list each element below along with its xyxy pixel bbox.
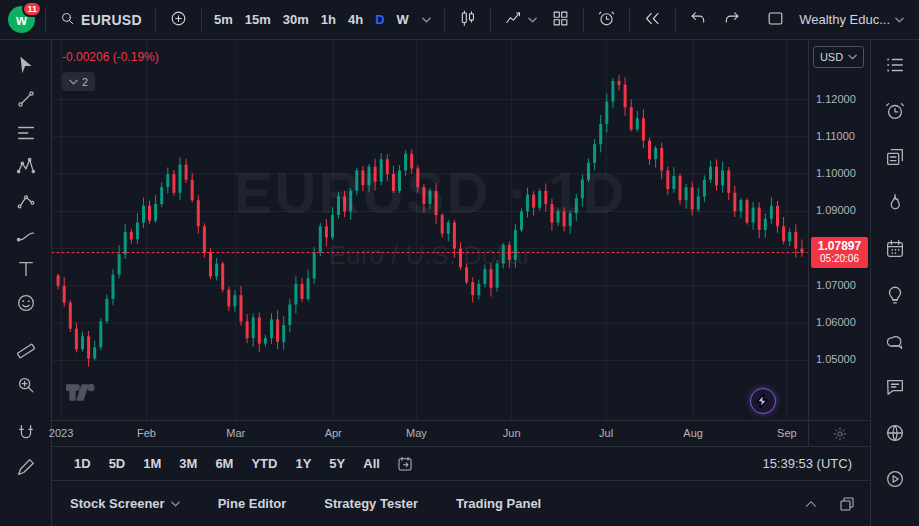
range-button-5d[interactable]: 5D	[101, 452, 134, 475]
alert-button[interactable]	[590, 6, 623, 34]
price-tick-label: 1.05000	[816, 353, 856, 365]
hotlists-icon[interactable]	[880, 192, 910, 214]
chart-plot[interactable]: EURUSD · 1D Euro / U.S. Dollar -0.00206 …	[52, 40, 808, 420]
alerts-icon[interactable]	[880, 100, 910, 122]
range-button-all[interactable]: All	[355, 452, 388, 475]
cursor-tool-icon[interactable]	[11, 54, 41, 76]
undo-icon	[689, 9, 708, 31]
divider	[583, 8, 584, 32]
tab-pine-editor[interactable]: Pine Editor	[218, 496, 287, 511]
calendar-arrow-icon	[396, 455, 414, 473]
interval-button-15m[interactable]: 15m	[239, 6, 277, 34]
tradingview-app: w 11 EURUSD 5m 15m 30m 1h 4h D W	[0, 0, 919, 526]
measure-tool-icon[interactable]	[11, 340, 41, 362]
time-scale[interactable]: 2023FebMarAprMayJunJulAugSep	[52, 420, 808, 446]
tab-stock-screener[interactable]: Stock Screener	[70, 496, 180, 511]
chart-area: EURUSD · 1D Euro / U.S. Dollar -0.00206 …	[52, 40, 870, 446]
chevron-down-icon	[171, 501, 180, 507]
boost-button[interactable]	[750, 388, 776, 414]
replay-button[interactable]	[636, 6, 669, 34]
goto-date-button[interactable]	[396, 455, 414, 473]
utc-clock[interactable]: 15:39:53 (UTC)	[762, 456, 856, 471]
interval-button-1d[interactable]: D	[369, 6, 390, 34]
account-logo[interactable]: w 11	[8, 6, 35, 33]
undo-button[interactable]	[682, 6, 715, 34]
time-tick-label: 2023	[49, 427, 73, 439]
account-menu-button[interactable]: Wealthy Educ...	[792, 6, 911, 34]
collapse-panel-button[interactable]	[802, 495, 820, 513]
indicators-icon	[504, 9, 523, 31]
range-button-1y[interactable]: 1Y	[287, 452, 319, 475]
headlines-icon[interactable]	[880, 146, 910, 168]
range-button-ytd[interactable]: YTD	[243, 452, 285, 475]
grid-layout-icon	[551, 9, 570, 31]
bolt-icon	[757, 394, 769, 408]
top-toolbar: w 11 EURUSD 5m 15m 30m 1h 4h D W	[0, 0, 919, 40]
ideas-icon[interactable]	[880, 284, 910, 306]
chevron-down-icon	[895, 17, 904, 23]
date-range-bar: 1D 5D 1M 3M 6M YTD 1Y 5Y All 15:39:53 (U…	[52, 446, 870, 480]
divider	[45, 8, 46, 32]
replay-icon	[643, 9, 662, 31]
layout-grid-button[interactable]	[544, 6, 577, 34]
time-tick-label: Sep	[777, 427, 797, 439]
time-tick-label: Apr	[325, 427, 342, 439]
restore-panel-button[interactable]	[838, 495, 856, 513]
bottom-panel: Stock Screener Pine Editor Strategy Test…	[52, 480, 870, 526]
chevron-up-icon	[802, 495, 820, 513]
last-price-label: 1.07897 05:20:06	[811, 237, 868, 268]
fib-retracement-tool-icon[interactable]	[11, 122, 41, 144]
range-button-1d[interactable]: 1D	[66, 452, 99, 475]
prediction-tool-icon[interactable]	[11, 190, 41, 212]
interval-button-1w[interactable]: W	[391, 6, 415, 34]
symbol-search-button[interactable]: EURUSD	[52, 6, 149, 34]
add-symbol-button[interactable]	[162, 6, 195, 34]
price-scale[interactable]: USD 1.07897 05:20:06 1.050001.060001.070…	[808, 40, 870, 420]
chevron-down-icon	[528, 17, 537, 23]
community-icon[interactable]	[880, 422, 910, 444]
interval-button-1h[interactable]: 1h	[315, 6, 342, 34]
zoom-tool-icon[interactable]	[11, 374, 41, 396]
trendline-tool-icon[interactable]	[11, 88, 41, 110]
price-tick-label: 1.09000	[816, 204, 856, 216]
interval-button-30m[interactable]: 30m	[277, 6, 315, 34]
tab-trading-panel[interactable]: Trading Panel	[456, 496, 541, 511]
streams-icon[interactable]	[880, 468, 910, 490]
time-tick-label: Mar	[226, 427, 245, 439]
range-button-1m[interactable]: 1M	[135, 452, 169, 475]
watchlist-icon[interactable]	[880, 54, 910, 76]
text-tool-icon[interactable]	[11, 258, 41, 280]
interval-button-4h[interactable]: 4h	[342, 6, 369, 34]
currency-toggle[interactable]: USD	[813, 46, 864, 68]
indicators-button[interactable]	[497, 6, 544, 34]
chart-style-button[interactable]	[451, 6, 484, 34]
chart-main: EURUSD · 1D Euro / U.S. Dollar -0.00206 …	[52, 40, 870, 526]
redo-button[interactable]	[715, 6, 748, 34]
chevron-down-icon	[69, 79, 78, 85]
legend-more-button[interactable]: 2	[62, 72, 95, 91]
save-layout-icon	[766, 9, 785, 31]
calendar-icon[interactable]	[880, 238, 910, 260]
range-button-3m[interactable]: 3M	[171, 452, 205, 475]
gear-icon[interactable]	[832, 426, 848, 442]
save-layout-button[interactable]	[759, 6, 792, 34]
range-button-6m[interactable]: 6M	[207, 452, 241, 475]
price-tick-label: 1.12000	[816, 93, 856, 105]
pattern-tool-icon[interactable]	[11, 156, 41, 178]
chevron-down-icon	[422, 17, 431, 23]
interval-button-5m[interactable]: 5m	[208, 6, 239, 34]
interval-menu-button[interactable]	[415, 6, 438, 34]
tradingview-logo[interactable]	[66, 384, 96, 406]
chat-icon[interactable]	[880, 376, 910, 398]
divider	[444, 8, 445, 32]
brush-tool-icon[interactable]	[11, 224, 41, 246]
draw-tool-icon[interactable]	[11, 456, 41, 478]
search-icon	[59, 10, 76, 30]
drawing-toolbar	[0, 40, 52, 526]
minds-icon[interactable]	[880, 330, 910, 352]
emoji-tool-icon[interactable]	[11, 292, 41, 314]
magnet-tool-icon[interactable]	[11, 422, 41, 444]
chevron-down-icon	[848, 54, 857, 60]
range-button-5y[interactable]: 5Y	[321, 452, 353, 475]
tab-strategy-tester[interactable]: Strategy Tester	[324, 496, 418, 511]
